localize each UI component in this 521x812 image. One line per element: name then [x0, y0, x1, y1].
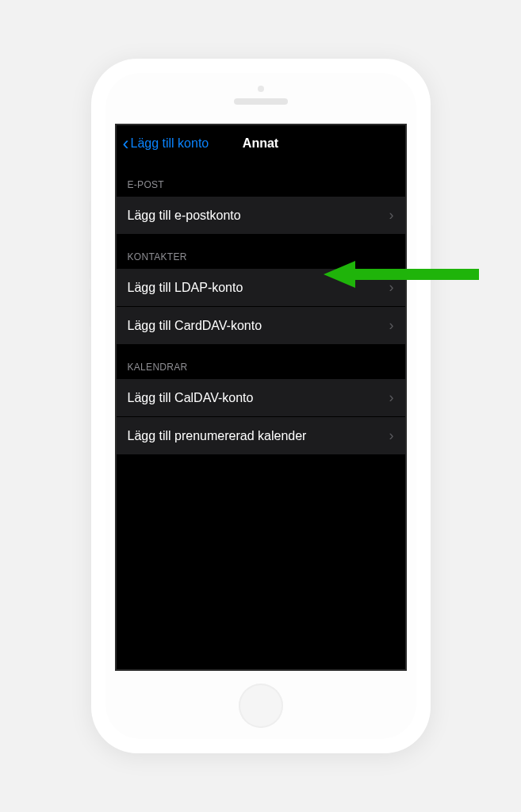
- add-carddav-account-row[interactable]: Lägg till CardDAV-konto ›: [117, 307, 405, 344]
- section-calendars: Lägg till CalDAV-konto › Lägg till prenu…: [117, 379, 405, 454]
- screen: ‹ Lägg till konto Annat E-POST Lägg till…: [115, 124, 407, 671]
- volume-down: [89, 289, 91, 327]
- add-ldap-account-row[interactable]: Lägg till LDAP-konto ›: [117, 269, 405, 307]
- phone-frame: ‹ Lägg till konto Annat E-POST Lägg till…: [91, 59, 431, 753]
- add-ldap-label: Lägg till LDAP-konto: [128, 281, 243, 295]
- back-button[interactable]: ‹ Lägg till konto: [123, 134, 209, 153]
- chevron-right-icon: ›: [389, 279, 394, 296]
- chevron-right-icon: ›: [389, 317, 394, 334]
- home-button[interactable]: [239, 684, 283, 728]
- mute-switch: [89, 201, 91, 225]
- section-header-calendars: KALENDRAR: [117, 344, 405, 379]
- add-carddav-label: Lägg till CardDAV-konto: [128, 319, 262, 333]
- side-buttons-left: [89, 201, 91, 336]
- power-button: [431, 225, 433, 271]
- chevron-right-icon: ›: [389, 389, 394, 406]
- chevron-right-icon: ›: [389, 427, 394, 444]
- back-label: Lägg till konto: [131, 136, 209, 151]
- phone-body: ‹ Lägg till konto Annat E-POST Lägg till…: [105, 73, 416, 739]
- volume-up: [89, 241, 91, 279]
- chevron-left-icon: ‹: [123, 134, 129, 153]
- section-email: Lägg till e-postkonto ›: [117, 197, 405, 234]
- camera-dot: [258, 86, 264, 92]
- add-subscribed-calendar-row[interactable]: Lägg till prenumererad kalender ›: [117, 417, 405, 454]
- add-email-account-label: Lägg till e-postkonto: [128, 209, 241, 223]
- section-header-contacts: KONTAKTER: [117, 234, 405, 269]
- add-caldav-account-row[interactable]: Lägg till CalDAV-konto ›: [117, 379, 405, 417]
- section-contacts: Lägg till LDAP-konto › Lägg till CardDAV…: [117, 269, 405, 344]
- page-title: Annat: [243, 136, 278, 151]
- chevron-right-icon: ›: [389, 207, 394, 224]
- add-caldav-label: Lägg till CalDAV-konto: [128, 391, 254, 405]
- add-subscribed-label: Lägg till prenumererad kalender: [128, 429, 307, 443]
- navigation-bar: ‹ Lägg till konto Annat: [117, 125, 405, 162]
- section-header-email: E-POST: [117, 162, 405, 197]
- speaker-grille: [234, 98, 288, 105]
- add-email-account-row[interactable]: Lägg till e-postkonto ›: [117, 197, 405, 234]
